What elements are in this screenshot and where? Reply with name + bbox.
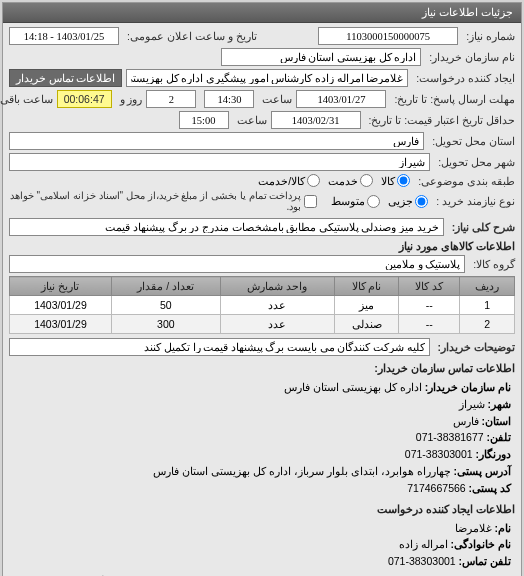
buyer-notes-label: توضیحات خریدار: (434, 341, 515, 353)
cell: صندلی (334, 315, 399, 334)
cell: 1403/01/29 (10, 315, 112, 334)
payment-checkbox[interactable]: پرداخت تمام یا بخشی از مبلغ خرید،از محل … (9, 190, 317, 212)
announce-dt-label: تاریخ و ساعت اعلان عمومی: (123, 30, 257, 42)
cfam-lbl: نام خانوادگی: (451, 538, 511, 550)
cell: 50 (111, 296, 220, 315)
state-lbl: استان: (482, 415, 512, 427)
fax-lbl: دورنگار: (476, 448, 512, 460)
table-row[interactable]: 2--صندلیعدد3001403/01/29 (10, 315, 515, 334)
goods-group-field[interactable] (9, 255, 465, 273)
postal-val: چهارراه هوابرد، ابتدای بلوار سرباز، ادار… (153, 465, 450, 477)
postcode-val: 7174667566 (407, 482, 465, 494)
col-header: نام کالا (334, 277, 399, 296)
remain-days-field (146, 90, 196, 108)
summary-field[interactable] (9, 218, 444, 236)
cname-val: غلامرضا (455, 522, 492, 534)
ref-no-label: شماره نیاز: (462, 30, 515, 42)
radio-small[interactable]: جزیی (388, 195, 428, 208)
delivery-city-label: شهر محل تحویل: (434, 156, 515, 168)
col-header: واحد شمارش (220, 277, 334, 296)
creator-info-title: اطلاعات ایجاد کننده درخواست (9, 503, 515, 516)
announce-dt-field[interactable] (9, 27, 119, 45)
radio-goods[interactable]: کالا (381, 174, 410, 187)
table-row[interactable]: 1--میزعدد501403/01/29 (10, 296, 515, 315)
credit-time-field[interactable] (179, 111, 229, 129)
panel-title: جزئیات اطلاعات نیاز (3, 3, 521, 23)
col-header: تاریخ نیاز (10, 277, 112, 296)
org-name-lbl: نام سازمان خریدار: (425, 381, 511, 393)
ref-no-field[interactable] (318, 27, 458, 45)
phone-lbl: تلفن: (487, 431, 512, 443)
cfam-val: امراله زاده (399, 538, 448, 550)
cell: 2 (460, 315, 515, 334)
creator-field[interactable] (126, 69, 408, 87)
payment-checkbox-input[interactable] (304, 195, 317, 208)
cell: 1403/01/29 (10, 296, 112, 315)
buyer-name-field[interactable] (221, 48, 421, 66)
col-header: تعداد / مقدار (111, 277, 220, 296)
cell: عدد (220, 296, 334, 315)
creator-label: ایجاد کننده درخواست: (412, 72, 515, 84)
countdown-timer: 00:06:47 (57, 90, 112, 108)
radio-small-input[interactable] (415, 195, 428, 208)
radio-medium-input[interactable] (367, 195, 380, 208)
pkg-topic-label: طبقه بندی موضوعی: (414, 175, 515, 187)
items-table: ردیفکد کالانام کالاواحد شمارشتعداد / مقد… (9, 276, 515, 334)
radio-medium-label: متوسط (331, 195, 365, 207)
state-val: فارس (453, 415, 479, 427)
pkg-radio-group: کالا خدمت کالا/خدمت (258, 174, 410, 187)
time-label-1: ساعت (258, 93, 292, 105)
org-name-val: اداره کل بهزیستی استان فارس (284, 381, 422, 393)
cell: -- (399, 296, 460, 315)
radio-goods-service[interactable]: کالا/خدمت (258, 174, 320, 187)
radio-goods-label: کالا (381, 175, 395, 187)
fax-val: 38303001-071 (405, 448, 473, 460)
goods-group-label: گروه کالا: (469, 258, 515, 270)
cell: 1 (460, 296, 515, 315)
radio-service[interactable]: خدمت (328, 174, 373, 187)
cphone-lbl: تلفن تماس: (459, 555, 511, 567)
cell: میز (334, 296, 399, 315)
delivery-city-field[interactable] (9, 153, 430, 171)
city-val: شیراز (459, 398, 485, 410)
cell: -- (399, 315, 460, 334)
phone-val: 38381677-071 (416, 431, 484, 443)
contact-info-block: نام سازمان خریدار: اداره کل بهزیستی استا… (9, 377, 515, 499)
time-label-2: ساعت (233, 114, 267, 126)
buyer-name-label: نام سازمان خریدار: (425, 51, 515, 63)
cphone-val: 38303001-071 (388, 555, 456, 567)
radio-goods-service-label: کالا/خدمت (258, 175, 305, 187)
delivery-state-label: استان محل تحویل: (428, 135, 515, 147)
radio-goods-service-input[interactable] (307, 174, 320, 187)
col-header: کد کالا (399, 277, 460, 296)
cell: عدد (220, 315, 334, 334)
buyer-contact-button[interactable]: اطلاعات تماس خریدار (9, 69, 122, 87)
radio-medium[interactable]: متوسط (331, 195, 380, 208)
resp-date-field[interactable] (296, 90, 386, 108)
resp-deadline-label: مهلت ارسال پاسخ: تا تاریخ: (390, 93, 515, 105)
radio-goods-input[interactable] (397, 174, 410, 187)
need-type-group: جزیی متوسط (331, 195, 428, 208)
need-type-label: نوع نیازمند خرید : (432, 195, 515, 207)
payment-note-label: پرداخت تمام یا بخشی از مبلغ خرید،از محل … (9, 190, 301, 212)
remain-label: ساعت باقی مانده (0, 93, 53, 105)
summary-label: شرح کلی نیاز: (448, 221, 515, 233)
radio-service-input[interactable] (360, 174, 373, 187)
creator-info-block: نام: غلامرضا نام خانوادگی: امراله زاده ت… (9, 518, 515, 572)
postcode-lbl: کد پستی: (469, 482, 511, 494)
radio-service-label: خدمت (328, 175, 358, 187)
contact-title: اطلاعات تماس سازمان خریدار: (9, 362, 515, 375)
day-label: روز و (116, 93, 143, 105)
resp-time-field[interactable] (204, 90, 254, 108)
credit-date-field[interactable] (271, 111, 361, 129)
delivery-state-field[interactable] (9, 132, 424, 150)
cname-lbl: نام: (495, 522, 512, 534)
goods-info-title: اطلاعات کالاهای مورد نیاز (9, 240, 515, 253)
city-lbl: شهر: (488, 398, 512, 410)
cell: 300 (111, 315, 220, 334)
radio-small-label: جزیی (388, 195, 413, 207)
col-header: ردیف (460, 277, 515, 296)
buyer-notes-field[interactable] (9, 338, 430, 356)
credit-valid-label: حداقل تاریخ اعتبار قیمت: تا تاریخ: (365, 114, 515, 126)
table-header-row: ردیفکد کالانام کالاواحد شمارشتعداد / مقد… (10, 277, 515, 296)
